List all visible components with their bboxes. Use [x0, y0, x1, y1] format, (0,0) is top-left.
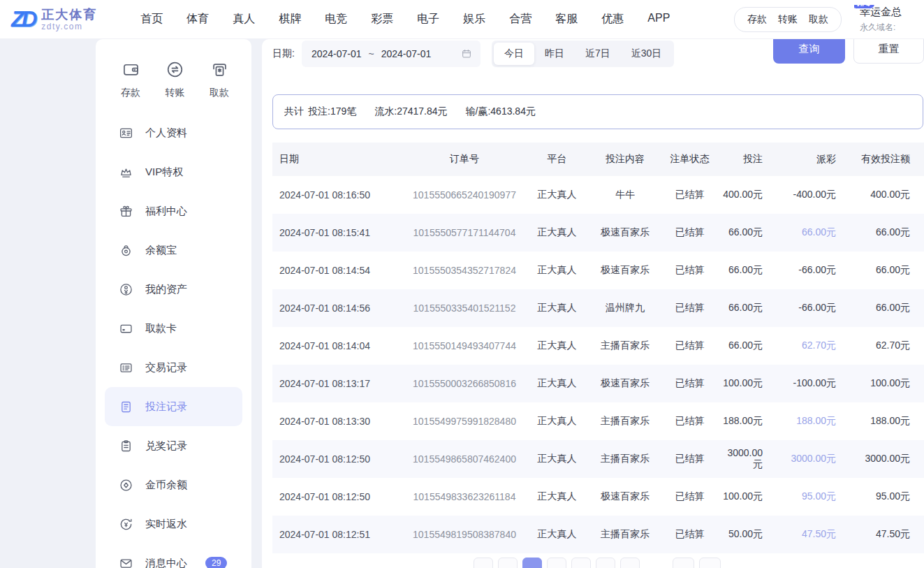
pagination-button-5[interactable]: [571, 558, 591, 568]
cell-content: 主播百家乐: [590, 440, 660, 478]
summary-bets: 投注:179笔: [308, 105, 356, 118]
summary-winloss: 输/赢:4613.84元: [466, 105, 536, 118]
cell-order_no: 1015549819508387840: [405, 516, 524, 553]
nav-item-6[interactable]: 彩票: [371, 12, 393, 27]
cell-content: 主播百家乐: [590, 516, 660, 553]
cell-order_no: 1015550354352717824: [405, 252, 524, 289]
pagination-button-8[interactable]: [673, 558, 694, 568]
cell-date: 2024-07-01 08:14:04: [272, 327, 405, 365]
range-preset-4[interactable]: 近30日: [621, 43, 673, 65]
sidebar-menu: 个人资料VIP特权福利中心余额宝我的资产取款卡交易记录投注记录兑奖记录金币余额实…: [96, 113, 251, 568]
sidebar-item-label: 我的资产: [145, 283, 187, 296]
coin-icon: [119, 478, 133, 493]
pagination-button-2[interactable]: [498, 558, 518, 568]
wallet-action-2[interactable]: 转账: [778, 13, 798, 26]
sidebar-item-label: VIP特权: [145, 166, 183, 179]
cell-order_no: 1015549833623261184: [405, 478, 524, 516]
cell-date: 2024-07-01 08:13:17: [272, 365, 405, 402]
cell-platform: 正大真人: [524, 478, 590, 516]
range-preset-1[interactable]: 今日: [494, 43, 534, 65]
cell-status: 已结算: [660, 252, 719, 289]
cell-date: 2024-07-01 08:12:50: [272, 440, 405, 478]
cell-platform: 正大真人: [524, 289, 590, 327]
sidebar-item-5[interactable]: 我的资产: [96, 270, 251, 309]
cell-order_no: 1015549975991828480: [405, 402, 524, 440]
cell-payout: 47.50元: [774, 516, 847, 553]
cell-bet: 66.00元: [719, 289, 774, 327]
cell-date: 2024-07-01 08:13:30: [272, 402, 405, 440]
cell-valid_bet: 66.00元: [847, 252, 924, 289]
wallet-action-1[interactable]: 存款: [747, 13, 767, 26]
sidebar-item-10[interactable]: 金币余额: [96, 465, 251, 504]
sidebar-item-9[interactable]: 兑奖记录: [96, 426, 251, 465]
cell-bet: 100.00元: [719, 478, 774, 516]
nav-item-3[interactable]: 真人: [233, 12, 255, 27]
cell-bet: 3000.00元: [719, 440, 774, 478]
sidebar-item-12[interactable]: 消息中心29: [96, 544, 251, 568]
range-preset-2[interactable]: 昨日: [534, 43, 575, 65]
nav-item-10[interactable]: 客服: [555, 12, 578, 27]
sidebar-item-3[interactable]: 福利中心: [96, 191, 251, 231]
date-range-input[interactable]: 2024-07-01 ~ 2024-07-01: [302, 41, 481, 67]
user-box[interactable]: VIP4 幸运金总 永久域名:: [854, 5, 924, 34]
nav-item-12[interactable]: APP: [647, 12, 670, 27]
nav-item-9[interactable]: 合营: [509, 12, 531, 27]
cell-platform: 正大真人: [524, 214, 590, 252]
nav-item-4[interactable]: 棋牌: [279, 12, 301, 27]
brand-domain: zdty.com: [41, 22, 97, 31]
sidebar-quick-actions: 存款转账取款: [96, 39, 251, 99]
brand-logo[interactable]: ZD 正大体育 zdty.com: [11, 7, 97, 32]
sidebar-item-7[interactable]: 交易记录: [96, 348, 251, 387]
cell-platform: 正大真人: [524, 365, 590, 402]
cell-status: 已结算: [660, 289, 719, 327]
transactions-icon: [119, 361, 133, 375]
nav-item-7[interactable]: 电子: [417, 12, 439, 27]
cell-date: 2024-07-01 08:14:56: [272, 289, 405, 327]
summary-total-label: 共计: [284, 105, 304, 118]
date-label: 日期:: [272, 48, 295, 60]
pagination-button-3[interactable]: [522, 558, 542, 568]
bank-card-icon: [119, 321, 133, 336]
column-header: 注单状态: [660, 143, 719, 176]
nav-item-1[interactable]: 首页: [140, 12, 163, 27]
sidebar-quick-transfer[interactable]: 转账: [166, 60, 185, 99]
sidebar-item-11[interactable]: 实时返水: [96, 504, 251, 544]
cell-status: 已结算: [660, 365, 719, 402]
pagination-button-6[interactable]: [596, 558, 615, 568]
pagination-button-4[interactable]: [547, 558, 566, 568]
calendar-icon[interactable]: [461, 48, 472, 59]
sidebar-item-4[interactable]: 余额宝: [96, 231, 251, 270]
sidebar-item-2[interactable]: VIP特权: [96, 152, 251, 191]
pagination-button-9[interactable]: [699, 558, 721, 568]
wallet-action-3[interactable]: 取款: [809, 13, 828, 26]
main-content: 日期: 2024-07-01 ~ 2024-07-01 今日昨日近7日近30日 …: [262, 39, 924, 568]
nav-item-8[interactable]: 娱乐: [463, 12, 485, 27]
nav-item-2[interactable]: 体育: [186, 12, 209, 27]
cell-valid_bet: 62.70元: [847, 327, 924, 365]
sidebar-item-1[interactable]: 个人资料: [96, 113, 251, 152]
cell-bet: 66.00元: [719, 252, 774, 289]
sidebar-item-8[interactable]: 投注记录: [105, 387, 242, 426]
cell-bet: 66.00元: [719, 327, 774, 365]
table-row: 2024-07-01 08:12:501015549833623261184正大…: [272, 478, 924, 516]
wallet-icon: [122, 60, 140, 82]
pagination: [474, 558, 721, 568]
cell-bet: 50.00元: [719, 516, 774, 553]
column-header: 投注: [719, 143, 774, 176]
cell-order_no: 1015550149493407744: [405, 327, 524, 365]
quick-action-label: 转账: [166, 87, 185, 99]
cell-bet: 400.00元: [719, 176, 774, 214]
sidebar-item-6[interactable]: 取款卡: [96, 309, 251, 348]
table-row: 2024-07-01 08:13:301015549975991828480正大…: [272, 402, 924, 440]
cell-status: 已结算: [660, 516, 719, 553]
nav-item-11[interactable]: 优惠: [601, 12, 624, 27]
pagination-button-1[interactable]: [474, 558, 493, 568]
sidebar-quick-withdraw[interactable]: 取款: [210, 60, 229, 99]
cell-valid_bet: 66.00元: [847, 214, 924, 252]
range-preset-3[interactable]: 近7日: [575, 43, 621, 65]
table-row: 2024-07-01 08:14:541015550354352717824正大…: [272, 252, 924, 289]
nav-item-5[interactable]: 电竞: [325, 12, 347, 27]
sidebar-quick-wallet[interactable]: 存款: [121, 60, 140, 99]
pagination-button-7[interactable]: [620, 558, 640, 568]
cell-payout: -100.00元: [774, 365, 847, 402]
